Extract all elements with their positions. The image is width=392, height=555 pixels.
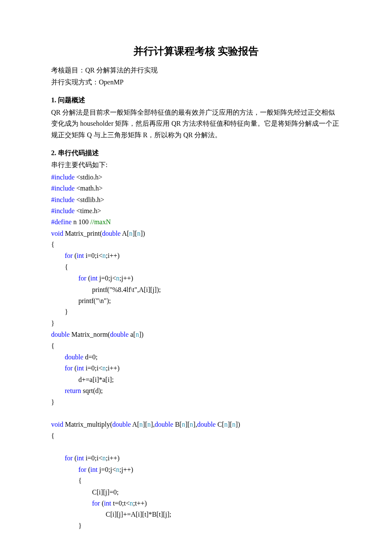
code-text: ;i++) <box>106 454 119 462</box>
code-text: d=0; <box>84 353 98 361</box>
code-text: d+=a[i]*a[i]; <box>51 376 114 383</box>
code-text: ][ <box>143 421 147 428</box>
code-text: C[i][j]=0; <box>51 489 118 496</box>
code-text: ( <box>73 252 77 259</box>
code-text: { <box>51 263 68 271</box>
code-text: } <box>51 399 55 406</box>
code-text: ;t++) <box>133 500 147 507</box>
code-text: ][ <box>185 421 190 428</box>
code-define: #define <box>51 218 72 225</box>
section-2-intro: 串行主要代码如下: <box>51 159 341 171</box>
code-keyword: for <box>51 454 73 462</box>
code-text: C[ <box>216 421 224 428</box>
code-keyword: double <box>112 421 131 428</box>
code-text: } <box>51 320 55 327</box>
code-keyword: int <box>104 500 111 507</box>
code-text: sqrt(d); <box>81 387 103 394</box>
code-text: printf( <box>51 286 110 293</box>
code-text: n 100 <box>72 218 90 225</box>
code-text: } <box>51 308 68 315</box>
code-macro: n <box>139 421 143 428</box>
code-macro: n <box>224 421 228 428</box>
code-keyword: for <box>51 364 73 372</box>
code-text: B[ <box>173 421 182 428</box>
section-1-body: QR 分解法是目前求一般矩阵全部特征值的最有效并广泛应用的方法，一般矩阵先经过正… <box>51 107 341 141</box>
code-keyword: int <box>77 364 84 372</box>
code-text: i=0;i< <box>84 364 102 372</box>
code-text: ;i++) <box>106 364 119 372</box>
code-keyword: for <box>51 275 86 282</box>
meta-method: 并行实现方式：OpenMP <box>51 77 341 88</box>
code-text: i=0;i< <box>84 252 102 259</box>
code-keyword: int <box>77 454 84 462</box>
code-text: <stdlib.h> <box>75 196 104 203</box>
code-keyword: int <box>90 275 98 282</box>
code-include: #include <box>51 196 75 203</box>
code-text: i=0;i< <box>84 454 102 462</box>
code-text: C[i][j]+=A[i][t]*B[t][j]; <box>51 511 171 518</box>
code-text: ( <box>86 466 90 473</box>
code-keyword: int <box>77 252 84 259</box>
code-keyword: double <box>197 421 216 428</box>
code-macro: n <box>147 421 151 428</box>
code-text: Matrix_multiply( <box>63 421 112 428</box>
document-title: 并行计算课程考核 实验报告 <box>51 43 341 60</box>
code-text: j=0;j< <box>98 466 116 473</box>
code-text: { <box>51 241 55 248</box>
code-text: ,A[i][j]); <box>137 286 161 293</box>
code-text: ]) <box>141 230 145 237</box>
code-text: Matrix_print( <box>63 230 102 237</box>
code-text: } <box>51 522 82 529</box>
code-text: ]) <box>236 421 240 428</box>
code-string: "%8.4lf\t" <box>110 286 137 293</box>
code-macro: n <box>182 421 185 428</box>
code-text: ]) <box>139 331 144 338</box>
code-keyword: return <box>51 387 81 394</box>
code-text: ;i++) <box>106 252 119 259</box>
code-text: <math.h> <box>75 185 103 192</box>
code-keyword: void <box>51 421 63 428</box>
code-keyword: double <box>51 331 70 338</box>
code-text: ( <box>73 454 77 462</box>
code-text: A[ <box>121 230 129 237</box>
code-comment: //maxN <box>90 218 111 225</box>
code-keyword: for <box>51 466 86 473</box>
code-text: { <box>51 342 55 350</box>
code-text: A[ <box>131 421 139 428</box>
code-keyword: double <box>110 331 129 338</box>
code-keyword: for <box>51 500 100 507</box>
code-text: ( <box>100 500 104 507</box>
code-macro: n <box>135 331 139 338</box>
code-macro: n <box>129 230 133 237</box>
code-text: <time.h> <box>75 207 101 214</box>
code-text: <stdio.h> <box>75 173 102 181</box>
code-text: ][ <box>133 230 137 237</box>
code-include: #include <box>51 207 75 214</box>
code-text: t=0;t< <box>111 500 130 507</box>
code-include: #include <box>51 173 75 181</box>
code-text: ], <box>151 421 155 428</box>
code-keyword: for <box>51 252 73 259</box>
code-macro: n <box>232 421 236 428</box>
code-text: ); <box>107 297 111 304</box>
code-text: ( <box>86 275 90 282</box>
code-text: ( <box>73 364 77 372</box>
code-keyword: int <box>90 466 98 473</box>
section-1-heading: 1. 问题概述 <box>51 95 341 106</box>
code-text: a[ <box>129 331 135 338</box>
section-2-heading: 2. 串行代码描述 <box>51 147 341 159</box>
code-text: printf( <box>51 297 96 304</box>
code-text: { <box>51 432 55 439</box>
code-keyword: void <box>51 230 63 237</box>
code-keyword: double <box>155 421 173 428</box>
code-block: #include <stdio.h> #include <math.h> #in… <box>51 172 341 532</box>
code-string: "\n" <box>96 297 107 304</box>
code-text: ][ <box>228 421 232 428</box>
code-text: j=0;j< <box>98 275 116 282</box>
code-text: Matrix_norm( <box>70 331 110 338</box>
code-text: ], <box>193 421 197 428</box>
code-keyword: double <box>102 230 121 237</box>
code-include: #include <box>51 185 75 192</box>
code-text: ;j++) <box>119 466 133 473</box>
code-text: { <box>51 477 82 484</box>
